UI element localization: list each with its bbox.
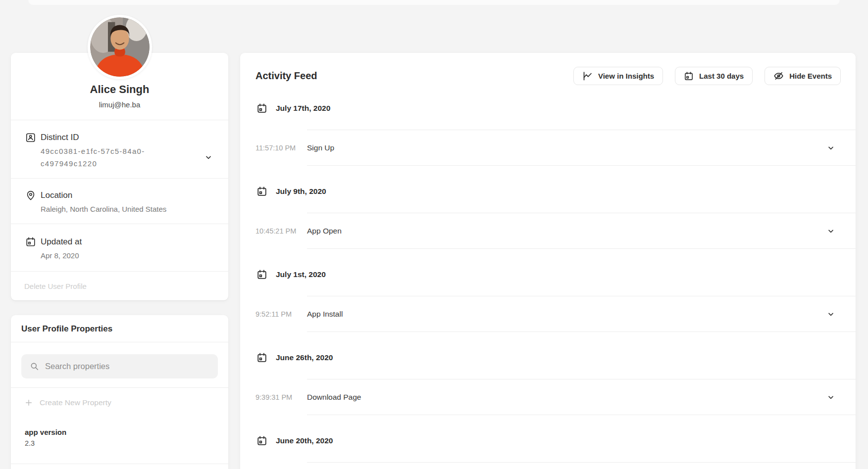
activity-feed-card: Activity Feed View in Insights Last 30 d… (240, 53, 856, 469)
activity-feed-header: Activity Feed View in Insights Last 30 d… (240, 53, 856, 85)
feed-group: July 17th, 2020 11:57:10 PM Sign Up (240, 102, 856, 166)
distinct-id-value: 49cc0381-e1fc-57c5-84a0-c497949c1220 (41, 145, 167, 170)
feed-date-header: July 1st, 2020 (240, 268, 856, 281)
field-label: Location (41, 189, 199, 201)
chevron-down-icon[interactable] (827, 227, 835, 235)
feed-date-label: June 20th, 2020 (276, 436, 333, 445)
chevron-down-icon[interactable] (827, 144, 835, 152)
chevron-down-icon[interactable] (827, 393, 835, 401)
updated-at-value: Apr 8, 2020 (41, 249, 199, 262)
divider (307, 165, 856, 166)
event-time: 9:52:11 PM (255, 310, 307, 318)
scrolled-header-strip (28, 0, 840, 5)
field-label: Updated at (41, 236, 199, 248)
button-label: View in Insights (598, 72, 654, 80)
event-time: 10:45:21 PM (255, 227, 307, 235)
divider (11, 464, 228, 464)
create-new-property-button[interactable]: Create New Property (11, 388, 228, 407)
feed-date-label: July 1st, 2020 (276, 270, 326, 279)
divider (307, 462, 856, 463)
field-label: Distinct ID (41, 132, 199, 143)
chevron-down-icon[interactable] (204, 153, 212, 161)
calendar-icon (256, 186, 267, 197)
event-name: Download Page (307, 393, 361, 402)
feed-date-header: July 17th, 2020 (240, 102, 856, 115)
event-name: App Open (307, 227, 342, 235)
feed-date-label: June 26th, 2020 (276, 353, 333, 362)
create-new-property-label: Create New Property (40, 398, 111, 407)
calendar-icon (684, 71, 694, 81)
feed-date-label: July 17th, 2020 (276, 104, 330, 113)
event-name: Sign Up (307, 143, 334, 152)
button-label: Hide Events (789, 72, 832, 80)
search-box[interactable] (21, 354, 218, 378)
event-row[interactable]: 10:45:21 PM App Open (240, 213, 856, 248)
feed-group: July 9th, 2020 10:45:21 PM App Open (240, 185, 856, 249)
profile-name: Alice Singh (11, 83, 228, 96)
feed-group: June 20th, 2020 (240, 434, 856, 463)
divider (307, 248, 856, 249)
feed-group: June 26th, 2020 9:39:31 PM Download Page (240, 351, 856, 415)
profile-email: limuj@he.ba (11, 99, 228, 111)
plus-icon (25, 399, 33, 407)
hide-events-button[interactable]: Hide Events (765, 67, 841, 85)
event-row[interactable]: 11:57:10 PM Sign Up (240, 130, 856, 165)
calendar-icon (256, 435, 267, 446)
location-pin-icon (25, 190, 36, 201)
search-icon (30, 362, 39, 371)
search-properties-input[interactable] (21, 354, 218, 378)
event-time: 9:39:31 PM (255, 393, 307, 401)
calendar-icon (256, 269, 267, 280)
field-location: Location Raleigh, North Carolina, United… (11, 179, 228, 224)
user-profile-card: Alice Singh limuj@he.ba Distinct ID 49cc… (11, 53, 228, 300)
user-profile-properties-card: User Profile Properties Create New Prope… (11, 315, 228, 469)
feed-date-header: June 26th, 2020 (240, 351, 856, 364)
activity-feed-title: Activity Feed (255, 70, 317, 82)
property-value: 2.3 (25, 438, 228, 449)
id-badge-icon (25, 132, 36, 143)
calendar-icon (25, 236, 36, 247)
calendar-icon (256, 352, 267, 363)
event-row[interactable]: 9:39:31 PM Download Page (240, 379, 856, 415)
event-name: App Install (307, 310, 343, 319)
properties-search-section (11, 342, 228, 388)
properties-title: User Profile Properties (11, 315, 228, 342)
feed-date-header: July 9th, 2020 (240, 185, 856, 198)
property-list-item[interactable]: app version 2.3 (25, 427, 228, 449)
event-time: 11:57:10 PM (255, 144, 307, 152)
last-30-days-button[interactable]: Last 30 days (675, 67, 753, 85)
calendar-icon (256, 103, 267, 114)
property-name: app version (25, 427, 228, 438)
line-chart-icon (582, 71, 593, 81)
location-value: Raleigh, North Carolina, United States (41, 203, 199, 215)
chevron-down-icon[interactable] (827, 310, 835, 318)
button-label: Last 30 days (699, 72, 744, 80)
feed-actions: View in Insights Last 30 days Hide Event… (573, 67, 841, 85)
feed-date-header: June 20th, 2020 (240, 434, 856, 447)
field-distinct-id: Distinct ID 49cc0381-e1fc-57c5-84a0-c497… (11, 120, 228, 179)
feed-date-label: July 9th, 2020 (276, 187, 326, 196)
avatar (88, 15, 152, 79)
eye-off-icon (773, 71, 784, 81)
divider (307, 415, 856, 415)
divider (307, 331, 856, 332)
field-updated-at: Updated at Apr 8, 2020 (11, 224, 228, 272)
feed-body: July 17th, 2020 11:57:10 PM Sign Up July… (240, 102, 856, 463)
feed-group: July 1st, 2020 9:52:11 PM App Install (240, 268, 856, 332)
view-in-insights-button[interactable]: View in Insights (573, 67, 663, 85)
delete-user-profile-button[interactable]: Delete User Profile (11, 272, 228, 300)
event-row[interactable]: 9:52:11 PM App Install (240, 296, 856, 331)
